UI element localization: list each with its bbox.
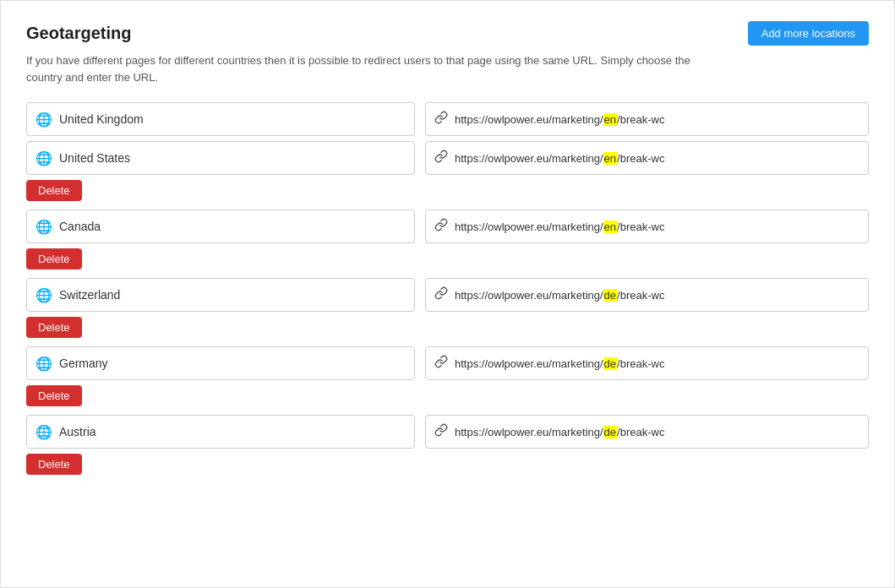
location-row-row-ca: 🌐Canadahttps://owlpower.eu/marketing/en/… (26, 210, 869, 243)
url-lang-highlight: en (603, 152, 617, 165)
country-select-wrapper-row-at: 🌐Austria (26, 415, 415, 449)
url-lang-highlight: de (603, 426, 617, 438)
geotargeting-panel: Geotargeting Add more locations If you h… (0, 0, 895, 588)
delete-button-row-ca[interactable]: Delete (26, 248, 82, 270)
panel-description: If you have different pages for differen… (26, 52, 719, 85)
delete-button-row-ch[interactable]: Delete (26, 317, 82, 338)
url-text-row-uk[interactable]: https://owlpower.eu/marketing/en/break-w… (455, 113, 664, 126)
country-select-row-ca[interactable]: Canada (59, 220, 406, 233)
location-row-row-us: 🌐United Stateshttps://owlpower.eu/market… (26, 141, 869, 175)
link-icon (434, 150, 448, 166)
country-select-row-de[interactable]: Germany (59, 357, 406, 370)
country-select-row-at[interactable]: Austria (59, 425, 406, 438)
country-select-wrapper-row-ca: 🌐Canada (26, 210, 415, 243)
url-input-wrapper-row-ca: https://owlpower.eu/marketing/en/break-w… (425, 210, 869, 243)
globe-icon: 🌐 (35, 112, 52, 128)
location-rows-container: 🌐United Kingdomhttps://owlpower.eu/marke… (26, 102, 869, 483)
country-select-wrapper-row-uk: 🌐United Kingdom (26, 102, 415, 136)
url-input-wrapper-row-ch: https://owlpower.eu/marketing/de/break-w… (425, 278, 869, 312)
location-row-row-uk: 🌐United Kingdomhttps://owlpower.eu/marke… (26, 102, 869, 136)
country-select-wrapper-row-us: 🌐United States (26, 141, 415, 175)
link-icon (434, 218, 448, 235)
delete-button-row-at[interactable]: Delete (26, 454, 82, 475)
link-icon (434, 423, 448, 440)
location-row-row-at: 🌐Austriahttps://owlpower.eu/marketing/de… (26, 415, 869, 449)
country-select-row-ch[interactable]: Switzerland (59, 288, 406, 302)
url-input-wrapper-row-de: https://owlpower.eu/marketing/de/break-w… (425, 346, 869, 380)
delete-button-pair-uk-us[interactable]: Delete (26, 180, 82, 201)
url-text-row-at[interactable]: https://owlpower.eu/marketing/de/break-w… (455, 426, 664, 438)
panel-title: Geotargeting (26, 24, 131, 43)
country-select-row-us[interactable]: United States (59, 151, 406, 165)
url-lang-highlight: de (603, 357, 617, 370)
add-locations-button[interactable]: Add more locations (748, 21, 869, 46)
country-select-wrapper-row-ch: 🌐Switzerland (26, 278, 415, 312)
link-icon (434, 286, 448, 303)
url-input-wrapper-row-us: https://owlpower.eu/marketing/en/break-w… (425, 141, 869, 175)
delete-button-row-de[interactable]: Delete (26, 385, 82, 406)
location-row-row-ch: 🌐Switzerlandhttps://owlpower.eu/marketin… (26, 278, 869, 312)
url-input-wrapper-row-at: https://owlpower.eu/marketing/de/break-w… (425, 415, 869, 449)
url-text-row-de[interactable]: https://owlpower.eu/marketing/de/break-w… (455, 357, 664, 370)
globe-icon: 🌐 (35, 287, 52, 303)
url-lang-highlight: de (603, 289, 617, 302)
globe-icon: 🌐 (35, 424, 52, 440)
globe-icon: 🌐 (35, 150, 52, 166)
globe-icon: 🌐 (35, 219, 52, 235)
url-lang-highlight: en (603, 220, 617, 233)
country-select-wrapper-row-de: 🌐Germany (26, 346, 415, 380)
link-icon (434, 355, 448, 372)
location-row-row-de: 🌐Germanyhttps://owlpower.eu/marketing/de… (26, 346, 869, 380)
url-input-wrapper-row-uk: https://owlpower.eu/marketing/en/break-w… (425, 102, 869, 136)
url-lang-highlight: en (603, 113, 617, 126)
link-icon (434, 111, 448, 128)
panel-header: Geotargeting Add more locations (26, 21, 869, 46)
url-text-row-ca[interactable]: https://owlpower.eu/marketing/en/break-w… (455, 220, 664, 233)
globe-icon: 🌐 (35, 356, 52, 372)
url-text-row-us[interactable]: https://owlpower.eu/marketing/en/break-w… (455, 152, 664, 165)
url-text-row-ch[interactable]: https://owlpower.eu/marketing/de/break-w… (455, 289, 664, 302)
country-select-row-uk[interactable]: United Kingdom (59, 112, 406, 126)
